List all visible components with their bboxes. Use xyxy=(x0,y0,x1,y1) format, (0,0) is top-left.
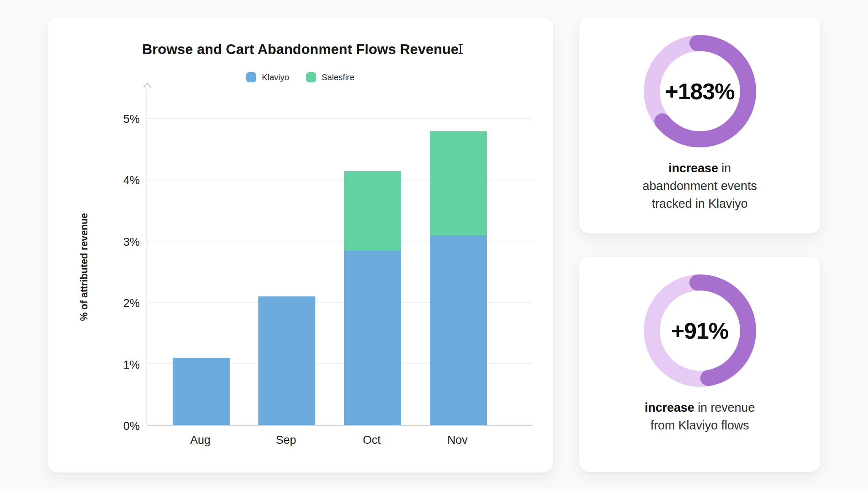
x-tick-label-oct: Oct xyxy=(343,434,400,447)
x-tick-label-aug: Aug xyxy=(172,434,229,447)
legend-label: Klaviyo xyxy=(262,73,289,82)
y-tick-label-4%: 4% xyxy=(92,174,140,186)
bar-oct-salesfire xyxy=(344,171,401,251)
legend-label: Salesfire xyxy=(322,73,355,82)
stat-card-abandonment-events: +183% increase inabandonment eventstrack… xyxy=(579,17,820,234)
text-cursor-icon xyxy=(457,43,465,55)
donut-chart-revenue: +91% xyxy=(644,274,756,387)
y-tick-label-0%: 0% xyxy=(92,420,140,432)
y-tick-label-2%: 2% xyxy=(92,297,140,309)
chart-card: Browse and Cart Abandonment Flows Revenu… xyxy=(48,17,553,473)
y-tick-label-5%: 5% xyxy=(92,113,140,125)
bar-nov-klaviyo xyxy=(430,235,487,425)
gridline-5% xyxy=(147,118,533,119)
stat-value: +91% xyxy=(644,274,756,387)
stat-caption: increase in revenuefrom Klaviyo flows xyxy=(645,399,755,434)
chart-legend: KlaviyoSalesfire xyxy=(48,72,553,82)
stat-caption-line: increase in xyxy=(643,159,757,177)
stat-card-revenue: +91% increase in revenuefrom Klaviyo flo… xyxy=(579,257,820,472)
chart-title: Browse and Cart Abandonment Flows Revenu… xyxy=(48,41,553,57)
y-tick-label-1%: 1% xyxy=(92,359,140,371)
bar-aug-klaviyo xyxy=(173,358,230,425)
y-axis-tick-labels: 0%1%2%3%4%5% xyxy=(92,88,140,426)
stat-caption-line: tracked in Klaviyo xyxy=(643,195,757,212)
legend-swatch-salesfire xyxy=(306,72,316,82)
legend-item-salesfire: Salesfire xyxy=(306,72,355,82)
x-axis-tick-labels: AugSepOctNov xyxy=(146,434,533,448)
stat-value: +183% xyxy=(644,35,756,147)
legend-swatch-klaviyo xyxy=(246,72,256,82)
x-tick-label-sep: Sep xyxy=(258,434,315,447)
plot-area xyxy=(146,88,533,426)
stat-caption-line: abandonment events xyxy=(643,177,757,195)
page-background: { "page": { "background_color": "#f9f9fa… xyxy=(0,0,868,489)
bar-nov-salesfire xyxy=(430,131,487,236)
legend-item-klaviyo: Klaviyo xyxy=(246,72,289,82)
y-tick-label-3%: 3% xyxy=(92,236,140,248)
bar-sep-klaviyo xyxy=(258,296,315,425)
y-axis-arrow-icon xyxy=(143,82,152,89)
stat-caption: increase inabandonment eventstracked in … xyxy=(643,159,757,212)
stat-caption-line: increase in revenue xyxy=(645,399,755,416)
donut-chart-abandonment: +183% xyxy=(644,35,756,147)
y-axis-title: % of attributed revenue xyxy=(79,213,90,321)
bar-oct-klaviyo xyxy=(344,251,401,426)
stat-caption-line: from Klaviyo flows xyxy=(645,416,755,434)
x-tick-label-nov: Nov xyxy=(429,434,486,447)
